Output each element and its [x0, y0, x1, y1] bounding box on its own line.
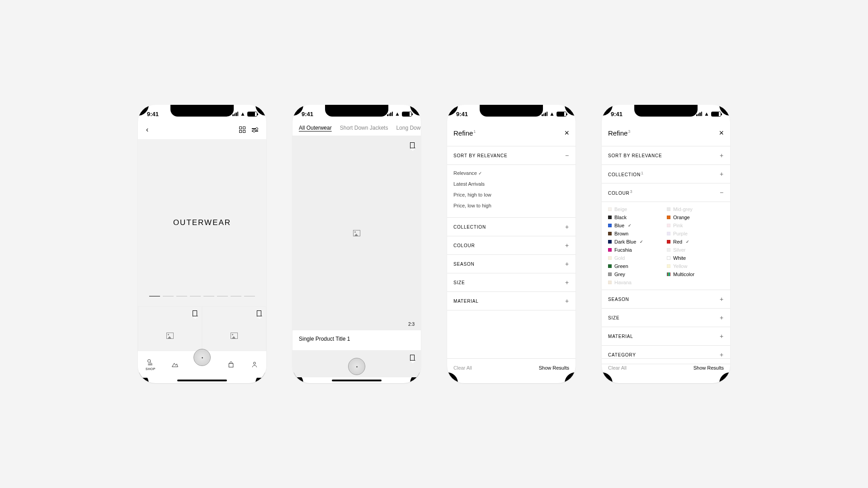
filter-icon[interactable]: [252, 128, 258, 131]
colour-label: Brown: [614, 231, 628, 236]
swatch-icon: [608, 232, 612, 235]
expand-icon: +: [720, 296, 724, 303]
swatch-icon: [608, 207, 612, 211]
section-material[interactable]: MATERIAL+: [602, 327, 730, 346]
colour-option[interactable]: Pink: [667, 223, 724, 228]
colour-label: Dark Blue: [614, 239, 636, 244]
collapse-icon: −: [720, 189, 724, 196]
sort-option-price-high[interactable]: Price, high to low: [453, 189, 569, 200]
colour-option[interactable]: Mid-grey: [667, 206, 724, 212]
expand-icon: +: [565, 242, 569, 249]
expand-icon: +: [720, 314, 724, 321]
carousel-indicator: [149, 296, 255, 296]
colour-option[interactable]: Silver: [667, 247, 724, 253]
colour-option[interactable]: Dark Blue ✓: [608, 239, 665, 244]
colour-option[interactable]: Red ✓: [667, 239, 724, 244]
check-icon: ✓: [686, 239, 689, 244]
swatch-icon: [667, 264, 670, 268]
sort-option-price-low[interactable]: Price, low to high: [453, 200, 569, 211]
colour-label: Green: [614, 263, 628, 269]
image-placeholder-icon: [166, 333, 174, 339]
colour-option[interactable]: Beige: [608, 206, 665, 212]
svg-point-2: [254, 362, 256, 364]
section-season[interactable]: SEASON+: [447, 255, 576, 273]
colour-option[interactable]: Fucshia: [608, 247, 665, 253]
section-size[interactable]: SIZE+: [447, 273, 576, 292]
check-icon: ✓: [628, 223, 632, 228]
bookmark-icon[interactable]: [257, 310, 261, 317]
screen-product-list: 9:41 ▲ All Outerwear Short Down Jackets …: [292, 105, 421, 383]
bookmark-icon[interactable]: [410, 355, 415, 361]
grid-view-icon[interactable]: [239, 127, 245, 133]
section-colour[interactable]: COLOUR3−: [602, 183, 730, 202]
section-collection[interactable]: COLLECTION+: [447, 218, 576, 236]
home-indicator[interactable]: [332, 380, 382, 381]
colour-option[interactable]: Black: [608, 215, 665, 220]
tab-shop[interactable]: SHOP: [146, 359, 156, 371]
colour-option[interactable]: Green: [608, 263, 665, 269]
clear-all-button[interactable]: Clear All: [608, 365, 627, 371]
section-sort[interactable]: SORT BY RELEVANCE−: [447, 146, 576, 165]
tab-explore[interactable]: [171, 361, 179, 368]
show-results-button[interactable]: Show Results: [539, 365, 569, 371]
colour-label: Fucshia: [614, 247, 632, 253]
colour-option[interactable]: Orange: [667, 215, 724, 220]
colour-option[interactable]: Gold: [608, 255, 665, 261]
tab-account[interactable]: [250, 361, 259, 368]
close-icon[interactable]: ×: [564, 128, 569, 138]
section-size[interactable]: SIZE+: [602, 309, 730, 327]
sort-option-relevance[interactable]: Relevance✓: [453, 168, 569, 178]
signal-icon: [542, 112, 547, 116]
colour-option[interactable]: Yellow: [667, 263, 724, 269]
home-indicator[interactable]: [177, 380, 227, 381]
swatch-icon: [608, 216, 612, 219]
battery-icon: [402, 112, 412, 117]
colour-option[interactable]: Blue ✓: [608, 223, 665, 228]
colour-option[interactable]: Brown: [608, 231, 665, 236]
sort-option-latest[interactable]: Latest Arrivals: [453, 178, 569, 189]
product-hero[interactable]: [292, 136, 421, 330]
swatch-icon: [608, 281, 612, 284]
colour-label: Purple: [673, 231, 688, 236]
swatch-icon: [667, 240, 670, 244]
tab-short-down[interactable]: Short Down Jackets: [340, 125, 388, 131]
product-title: Single Product Title 1: [292, 330, 421, 347]
category-tabs[interactable]: All Outerwear Short Down Jackets Long Do…: [292, 120, 421, 136]
section-season[interactable]: SEASON+: [602, 290, 730, 309]
battery-icon: [247, 112, 257, 117]
bookmark-icon[interactable]: [410, 142, 415, 149]
colour-option[interactable]: Multicolor: [667, 272, 724, 277]
colour-option[interactable]: Grey: [608, 272, 665, 277]
close-icon[interactable]: ×: [719, 128, 724, 138]
colour-label: Black: [614, 215, 627, 220]
section-collection[interactable]: COLLECTION1+: [602, 165, 730, 183]
show-results-button[interactable]: Show Results: [693, 365, 724, 371]
swatch-icon: [667, 256, 670, 260]
colour-option[interactable]: Purple: [667, 231, 724, 236]
colour-option[interactable]: White: [667, 255, 724, 261]
section-sort[interactable]: SORT BY RELEVANCE+: [602, 146, 730, 165]
bookmark-icon[interactable]: [193, 310, 197, 317]
wifi-icon: ▲: [395, 111, 400, 117]
hero-banner[interactable]: OUTERWEAR 2:3: [138, 139, 266, 306]
section-colour[interactable]: COLOUR+: [447, 236, 576, 255]
colour-option[interactable]: Havana: [608, 280, 665, 285]
refine-title: Refine3: [608, 129, 630, 137]
back-icon[interactable]: ‹: [146, 126, 148, 134]
swatch-icon: [667, 248, 670, 252]
colour-grid: Beige Mid-grey Black Orange Blue ✓ Pink …: [602, 202, 730, 290]
tab-long-down[interactable]: Long Down Jackets: [396, 125, 421, 131]
tab-all-outerwear[interactable]: All Outerwear: [299, 125, 332, 131]
brand-badge-icon[interactable]: ✦: [348, 358, 365, 375]
swatch-icon: [667, 224, 670, 227]
colour-label: Orange: [673, 215, 690, 220]
brand-badge-icon[interactable]: ✦: [193, 349, 211, 366]
clear-all-button[interactable]: Clear All: [453, 365, 472, 371]
section-material[interactable]: MATERIAL+: [447, 292, 576, 310]
status-time: 9:41: [302, 111, 313, 117]
expand-icon: +: [720, 170, 724, 178]
signal-icon: [696, 112, 702, 116]
swatch-icon: [608, 224, 612, 227]
mountain-icon: [171, 361, 179, 368]
tab-bag[interactable]: [227, 361, 235, 368]
